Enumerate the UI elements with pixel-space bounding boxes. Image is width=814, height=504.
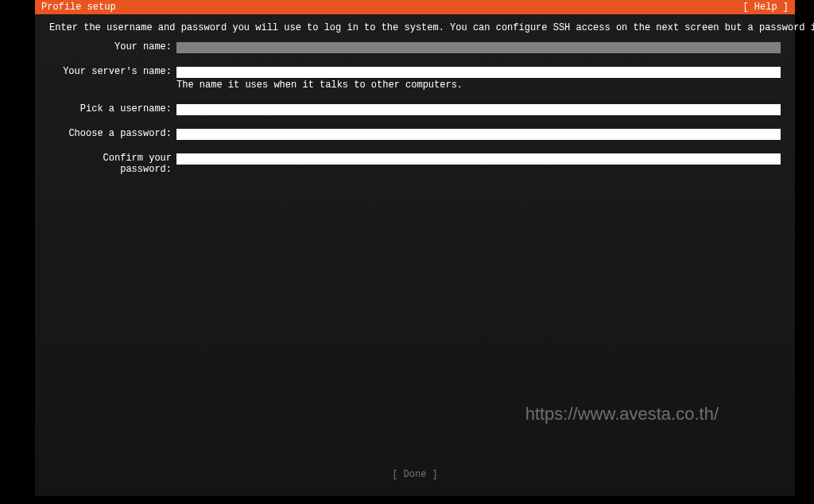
- content-area: Enter the username and password you will…: [35, 14, 795, 496]
- label-server-name: Your server's name:: [49, 66, 176, 77]
- help-button[interactable]: [ Help ]: [742, 2, 789, 13]
- footer: [ Done ]: [35, 469, 795, 480]
- bezel-bottom: [0, 496, 814, 504]
- username-input[interactable]: [176, 104, 781, 115]
- form-row-server: Your server's name: The name it uses whe…: [49, 66, 781, 91]
- bezel-right: [795, 0, 814, 504]
- form-row-confirm: Confirm your password:: [49, 153, 781, 175]
- form-row-username: Pick a username:: [49, 103, 781, 115]
- label-confirm-password: Confirm your password:: [49, 153, 176, 175]
- done-button[interactable]: [ Done ]: [392, 469, 438, 480]
- server-name-hint: The name it uses when it talks to other …: [176, 79, 781, 91]
- form-row-password: Choose a password:: [49, 128, 781, 140]
- form-row-name: Your name:: [49, 41, 781, 53]
- label-your-name: Your name:: [49, 41, 176, 52]
- bezel-left: [0, 0, 35, 504]
- header-bar: Profile setup [ Help ]: [35, 0, 795, 14]
- label-username: Pick a username:: [49, 103, 176, 114]
- password-input[interactable]: [176, 129, 781, 140]
- installer-screen: Profile setup [ Help ] Enter the usernam…: [35, 0, 795, 496]
- page-title: Profile setup: [41, 2, 116, 13]
- label-password: Choose a password:: [49, 128, 176, 139]
- instructions-text: Enter the username and password you will…: [49, 22, 781, 33]
- confirm-password-input[interactable]: [176, 153, 781, 165]
- your-name-input[interactable]: [176, 42, 781, 53]
- server-name-input[interactable]: [176, 67, 781, 78]
